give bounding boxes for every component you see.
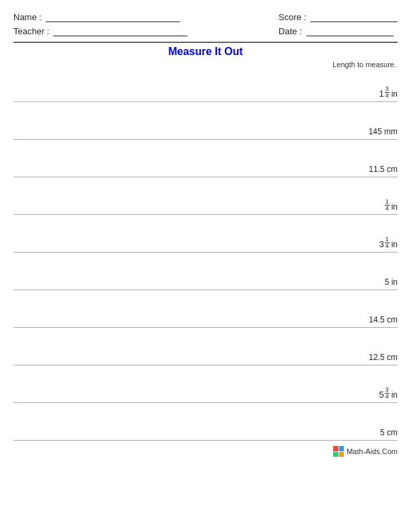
rows-container: 134in145 mm11.5 cm14in314in5 in14.5 cm12… <box>13 70 398 441</box>
header-section: Name : Teacher : Score : Date : <box>13 12 398 36</box>
measure-value: 12.5 cm <box>369 353 398 362</box>
measure-row: 314in <box>13 220 398 253</box>
name-input-line <box>46 13 180 22</box>
measure-row: 14in <box>13 183 398 215</box>
name-label: Name : <box>13 12 42 22</box>
measure-value: 134in <box>379 86 398 99</box>
name-field: Name : <box>13 12 187 22</box>
header-left: Name : Teacher : <box>13 12 187 36</box>
logo-icon <box>333 446 344 457</box>
measure-row: 134in <box>13 70 398 102</box>
measure-value: 314in <box>379 236 398 249</box>
date-input-line <box>306 27 394 36</box>
measure-row: 5 cm <box>13 408 398 441</box>
measure-value: 5 cm <box>380 428 398 437</box>
measure-row: 534in <box>13 371 398 403</box>
score-field: Score : <box>279 12 398 22</box>
worksheet-title: Measure It Out <box>13 46 398 58</box>
score-label: Score : <box>279 12 306 22</box>
measure-row: 11.5 cm <box>13 145 398 177</box>
measure-value: 14in <box>385 199 398 212</box>
header-right: Score : Date : <box>279 12 398 36</box>
measure-row: 5 in <box>13 258 398 290</box>
column-header: Length to measure. <box>13 60 398 69</box>
measure-row: 12.5 cm <box>13 333 398 365</box>
score-input-line <box>310 13 398 22</box>
footer: Math-Aids.Com <box>13 446 398 457</box>
teacher-input-line <box>53 27 187 36</box>
top-divider <box>13 42 398 43</box>
footer-site: Math-Aids.Com <box>347 447 398 455</box>
teacher-label: Teacher : <box>13 26 49 36</box>
measure-value: 5 in <box>385 277 398 287</box>
measure-value: 11.5 cm <box>369 165 398 174</box>
teacher-field: Teacher : <box>13 26 187 36</box>
date-label: Date : <box>279 26 302 36</box>
measure-value: 14.5 cm <box>369 315 398 324</box>
measure-row: 145 mm <box>13 107 398 140</box>
measure-row: 14.5 cm <box>13 296 398 328</box>
footer-logo: Math-Aids.Com <box>333 446 398 457</box>
date-field: Date : <box>279 26 398 36</box>
measure-value: 145 mm <box>369 127 398 136</box>
measure-value: 534in <box>379 387 398 400</box>
